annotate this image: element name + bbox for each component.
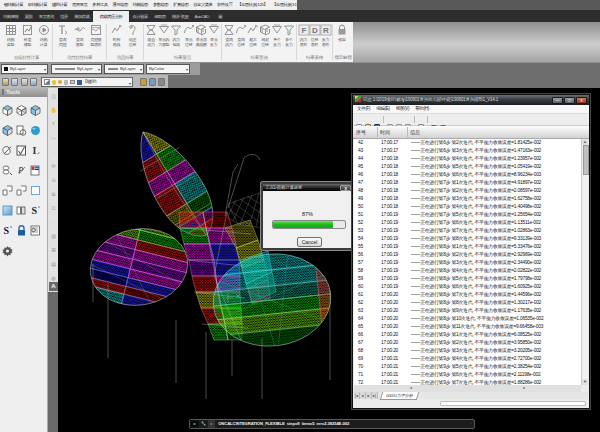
svg-text:R: R — [323, 26, 329, 35]
svg-text:I: I — [33, 145, 37, 156]
svg-text:F: F — [302, 26, 307, 35]
svg-text:P: P — [17, 165, 24, 175]
svg-text:D: D — [312, 26, 318, 35]
svg-text:S: S — [32, 205, 38, 216]
svg-text:S: S — [4, 225, 10, 236]
